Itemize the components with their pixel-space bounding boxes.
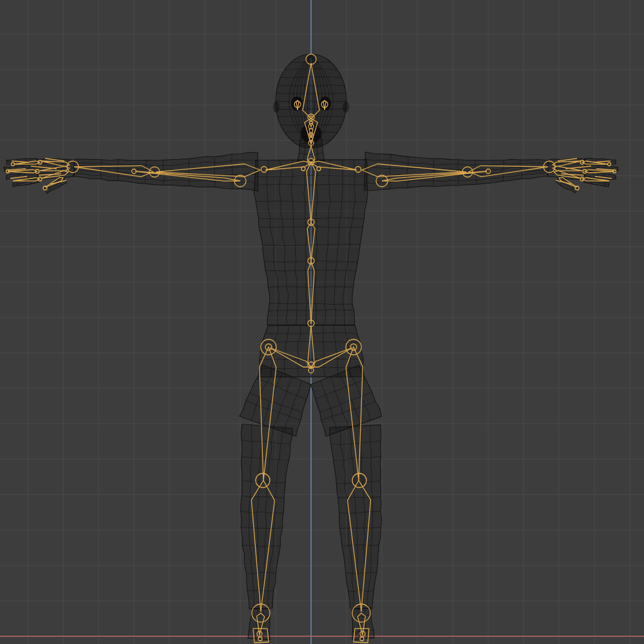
mesh-part-torso — [254, 159, 368, 325]
mesh-dark-detail — [343, 101, 349, 113]
armature-line[interactable] — [254, 642, 269, 643]
mesh-part-finger-pinky — [13, 178, 40, 187]
mesh-dark-detail — [273, 101, 279, 113]
mesh-part-foot — [248, 609, 270, 640]
mesh-part-foot-right — [352, 608, 374, 640]
mesh-part-shorts — [259, 325, 365, 377]
viewport-canvas[interactable] — [0, 0, 644, 644]
mesh-part-arm — [73, 153, 259, 191]
viewport-3d[interactable] — [0, 0, 644, 644]
armature-line[interactable] — [354, 642, 368, 643]
